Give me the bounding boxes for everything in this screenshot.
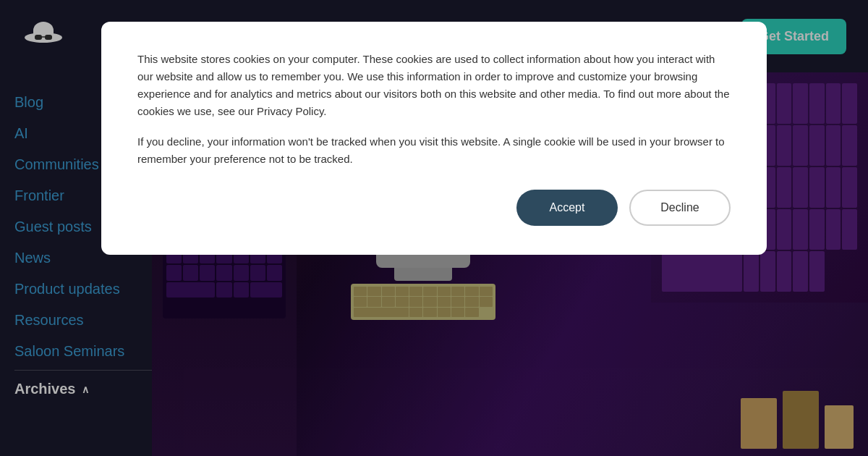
cookie-modal: This website stores cookies on your comp… [101, 22, 767, 255]
cookie-text-2: If you decline, your information won't b… [137, 133, 731, 168]
cookie-text-1: This website stores cookies on your comp… [137, 51, 731, 120]
cookie-decline-button[interactable]: Decline [629, 190, 731, 226]
cookie-accept-button[interactable]: Accept [516, 190, 618, 226]
cookie-buttons: Accept Decline [137, 190, 731, 226]
cookie-modal-overlay: This website stores cookies on your comp… [0, 0, 868, 456]
